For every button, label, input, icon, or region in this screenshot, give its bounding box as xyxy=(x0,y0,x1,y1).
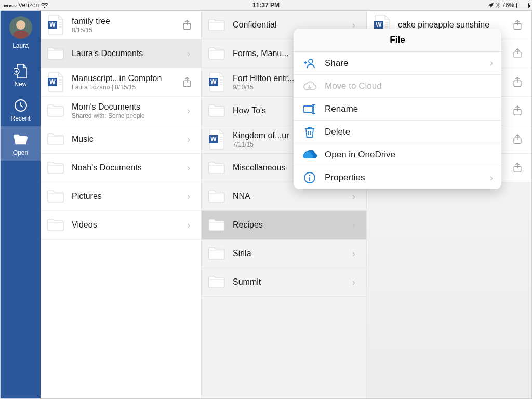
svg-text:W: W xyxy=(210,136,217,143)
list-row[interactable]: Music› xyxy=(41,125,201,154)
list-row[interactable]: Pictures› xyxy=(41,182,201,211)
folder-icon xyxy=(208,245,225,262)
folder-icon xyxy=(208,273,225,291)
chevron-right-icon: › xyxy=(182,163,195,174)
word-doc-icon: W xyxy=(47,16,64,34)
sidebar-item-recent[interactable]: Recent xyxy=(1,92,41,126)
list-row[interactable]: Videos› xyxy=(41,211,201,240)
chevron-right-icon: › xyxy=(348,191,360,202)
share-icon[interactable] xyxy=(513,20,525,30)
folder-icon xyxy=(47,159,64,177)
location-icon xyxy=(488,3,494,8)
list-row[interactable]: Noah's Documents› xyxy=(41,154,201,182)
menu-item-label: Move to Cloud xyxy=(325,81,493,91)
menu-item-open-in-onedrive[interactable]: Open in OneDrive xyxy=(294,143,501,166)
svg-text:W: W xyxy=(49,21,56,29)
chevron-right-icon: › xyxy=(490,58,493,69)
chevron-right-icon: › xyxy=(348,248,360,259)
folder-icon xyxy=(47,102,64,119)
open-folder-icon xyxy=(14,132,28,147)
row-title: NNA xyxy=(233,192,348,201)
sidebar-item-open[interactable]: Open xyxy=(1,126,41,161)
svg-text:W: W xyxy=(49,78,56,86)
list-row[interactable]: Recipes› xyxy=(202,211,366,240)
row-title: Music xyxy=(72,135,182,144)
trash-icon xyxy=(302,126,317,138)
row-subtitle: Shared with: Some people xyxy=(72,112,182,119)
svg-point-20 xyxy=(309,59,313,63)
list-row[interactable]: W Manuscript...in ComptonLaura Lozano | … xyxy=(41,68,201,97)
menu-item-label: Share xyxy=(325,58,490,69)
row-subtitle: Laura Lozano | 8/15/15 xyxy=(72,84,182,91)
user-avatar[interactable]: Laura xyxy=(9,16,32,58)
sidebar-item-label: Recent xyxy=(10,115,30,122)
share-icon[interactable] xyxy=(182,20,195,30)
popover-header: File xyxy=(294,29,501,52)
file-popover: File Share›Move to CloudRenameDeleteOpen… xyxy=(294,29,501,189)
folder-icon xyxy=(208,159,225,177)
row-title: Laura's Documents xyxy=(72,49,182,58)
menu-item-label: Delete xyxy=(325,127,493,137)
recent-clock-icon xyxy=(14,98,28,113)
menu-item-move-to-cloud: Move to Cloud xyxy=(294,75,501,98)
wifi-icon xyxy=(41,3,48,8)
list-row[interactable]: Summit› xyxy=(202,268,366,297)
share-icon[interactable] xyxy=(513,134,525,144)
row-title: Manuscript...in Compton xyxy=(72,74,182,83)
svg-text:W: W xyxy=(210,78,217,86)
row-title: Noah's Documents xyxy=(72,163,182,172)
folder-icon xyxy=(208,216,225,234)
share-icon[interactable] xyxy=(513,77,525,87)
word-doc-icon: W xyxy=(208,73,225,91)
row-title: Videos xyxy=(72,220,182,230)
share-icon[interactable] xyxy=(513,48,525,59)
svg-rect-21 xyxy=(303,106,313,112)
row-title: Recipes xyxy=(233,220,348,230)
clock: 11:37 PM xyxy=(252,2,280,9)
folder-icon xyxy=(47,130,64,148)
sidebar-item-new[interactable]: New xyxy=(1,58,41,92)
menu-item-properties[interactable]: Properties› xyxy=(294,166,501,189)
row-title: Summit xyxy=(233,277,348,287)
row-title: family tree xyxy=(72,17,182,26)
cloud-icon xyxy=(302,81,317,91)
row-title: Pictures xyxy=(72,192,182,201)
chevron-right-icon: › xyxy=(182,191,195,202)
chevron-right-icon: › xyxy=(182,105,195,116)
list-row[interactable]: Mom's DocumentsShared with: Some people› xyxy=(41,97,201,125)
sidebar-item-label: New xyxy=(14,81,26,88)
list-row[interactable]: Sirila› xyxy=(202,240,366,268)
share-icon[interactable] xyxy=(513,105,525,116)
sidebar-item-label: Open xyxy=(13,149,28,156)
user-name: Laura xyxy=(12,42,29,49)
menu-item-delete[interactable]: Delete xyxy=(294,121,501,143)
chevron-right-icon: › xyxy=(182,134,195,145)
signal-dots-icon: ●●●○○ xyxy=(3,2,16,9)
rename-icon xyxy=(302,104,317,114)
new-doc-icon xyxy=(14,64,28,78)
share-icon[interactable] xyxy=(513,163,525,173)
share-icon[interactable] xyxy=(182,77,195,87)
info-icon xyxy=(302,172,317,183)
row-title: Mom's Documents xyxy=(72,102,182,112)
sidebar: Laura New Recent Open xyxy=(1,11,41,398)
row-title: Sirila xyxy=(233,249,348,258)
svg-point-23 xyxy=(309,175,311,176)
menu-item-label: Open in OneDrive xyxy=(325,150,493,160)
menu-item-share[interactable]: Share› xyxy=(294,52,501,75)
svg-text:W: W xyxy=(376,21,382,29)
menu-item-rename[interactable]: Rename xyxy=(294,98,501,121)
chevron-right-icon: › xyxy=(348,220,360,231)
chevron-right-icon: › xyxy=(182,220,195,231)
folder-icon xyxy=(208,45,225,62)
folder-icon xyxy=(47,188,64,205)
menu-item-label: Properties xyxy=(325,172,490,183)
row-subtitle: 8/15/15 xyxy=(72,26,182,34)
app-frame: Laura New Recent Open W family tree8/15/… xyxy=(0,10,532,399)
chevron-right-icon: › xyxy=(490,172,493,183)
status-bar: ●●●○○ Verizon 11:37 PM 76% xyxy=(0,0,532,10)
list-row[interactable]: W family tree8/15/15 xyxy=(41,11,201,39)
folder-icon xyxy=(208,102,225,119)
folder-icon xyxy=(208,188,225,205)
list-row[interactable]: Laura's Documents› xyxy=(41,39,201,68)
